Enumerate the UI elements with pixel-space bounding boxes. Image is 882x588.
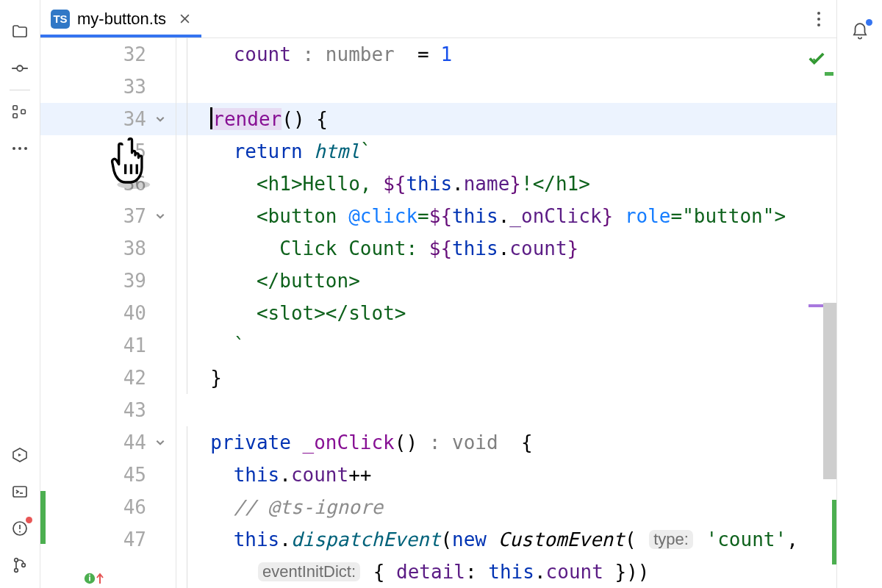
inspection-status-icon[interactable] [807, 49, 826, 68]
gutter-footer-icons[interactable] [83, 572, 105, 585]
editor-more-menu-icon[interactable] [801, 0, 836, 37]
code-line[interactable]: <button @click=${this._onClick} role="bu… [176, 200, 836, 232]
notification-badge [866, 19, 872, 26]
code-line[interactable]: // @ts-ignore [176, 491, 836, 523]
code-line[interactable]: this.dispatchEvent(new CustomEvent( type… [176, 523, 836, 556]
right-tool-rail [836, 0, 882, 588]
rail-separator [10, 90, 30, 90]
code-line[interactable]: <h1>Hello, ${this.name}!</h1> [176, 168, 836, 200]
svg-point-7 [18, 147, 21, 150]
code-editor[interactable]: 32333435363738394041424344454647 count :… [40, 38, 836, 588]
gutter-line[interactable]: 32 [40, 38, 176, 71]
more-tools-icon[interactable] [0, 130, 40, 167]
svg-point-20 [817, 12, 820, 15]
commit-icon[interactable] [0, 50, 40, 87]
code-line[interactable]: </button> [176, 265, 836, 297]
project-icon[interactable] [0, 13, 40, 50]
gutter-line[interactable]: 33 [40, 71, 176, 103]
structure-icon[interactable] [0, 93, 40, 130]
code-line[interactable]: return html` [176, 135, 836, 168]
gutter-line[interactable]: 38 [40, 232, 176, 265]
code-line[interactable] [176, 71, 836, 103]
gutter-line[interactable]: 41 [40, 329, 176, 362]
gutter-line[interactable]: 46 [40, 491, 176, 523]
svg-rect-24 [89, 576, 90, 581]
typescript-badge-icon: TS [51, 10, 70, 29]
editor-main: TS my-button.ts 323334353637383940 [40, 0, 836, 588]
left-tool-rail [0, 0, 40, 588]
problems-icon[interactable] [0, 510, 40, 547]
close-tab-icon[interactable] [178, 12, 191, 26]
svg-point-21 [817, 18, 820, 21]
gutter-line[interactable]: 42 [40, 362, 176, 394]
svg-point-17 [22, 564, 26, 567]
notifications-icon[interactable] [837, 13, 883, 50]
svg-rect-3 [13, 106, 18, 110]
gutter-line[interactable]: 43 [40, 394, 176, 426]
vcs-change-marker[interactable] [40, 491, 46, 544]
tab-bar: TS my-button.ts [40, 0, 836, 38]
code-line[interactable]: Click Count: ${this.count} [176, 232, 836, 265]
svg-point-16 [15, 569, 18, 573]
vcs-icon[interactable] [0, 547, 40, 584]
code-line[interactable]: <slot></slot> [176, 297, 836, 329]
svg-point-25 [89, 575, 90, 576]
code-line[interactable]: eventInitDict: { detail: this.count })) [176, 556, 836, 588]
gutter-line[interactable]: 40 [40, 297, 176, 329]
svg-point-6 [12, 147, 15, 150]
terminal-icon[interactable] [0, 473, 40, 510]
fold-chevron-icon[interactable] [154, 112, 167, 126]
code-line[interactable] [176, 394, 836, 426]
code-line[interactable]: this.count++ [176, 459, 836, 491]
svg-point-8 [24, 147, 27, 150]
code-line[interactable]: } [176, 362, 836, 394]
gutter-line[interactable]: 37 [40, 200, 176, 232]
tab-my-button[interactable]: TS my-button.ts [40, 0, 201, 37]
svg-point-22 [817, 24, 820, 26]
gutter-line[interactable]: 44 [40, 426, 176, 459]
fold-chevron-icon[interactable] [154, 209, 167, 223]
code-line[interactable]: count : number = 1 [176, 38, 836, 71]
gutter-line[interactable]: 34 [40, 103, 176, 135]
gutter-line[interactable]: 39 [40, 265, 176, 297]
gutter-line[interactable]: 47 [40, 523, 176, 556]
svg-point-14 [19, 531, 21, 533]
gutter-line[interactable]: 36 [40, 168, 176, 200]
services-icon[interactable] [0, 437, 40, 473]
code-line[interactable]: render() { [176, 103, 836, 135]
svg-point-15 [15, 559, 18, 562]
tab-filename: my-button.ts [77, 10, 166, 29]
code-line[interactable]: ` [176, 329, 836, 362]
gutter-line[interactable]: 35 [40, 135, 176, 168]
svg-rect-4 [13, 114, 18, 118]
line-number-gutter[interactable]: 32333435363738394041424344454647 [40, 38, 176, 588]
svg-rect-5 [21, 110, 26, 114]
code-line[interactable]: private _onClick() : void { [176, 426, 836, 459]
code-content[interactable]: count : number = 1 render() { return htm… [176, 38, 836, 588]
gutter-line[interactable]: 45 [40, 459, 176, 491]
fold-chevron-icon[interactable] [154, 436, 167, 449]
vertical-scrollbar-thumb[interactable] [823, 303, 836, 479]
svg-point-0 [17, 65, 23, 71]
svg-rect-10 [13, 487, 26, 497]
